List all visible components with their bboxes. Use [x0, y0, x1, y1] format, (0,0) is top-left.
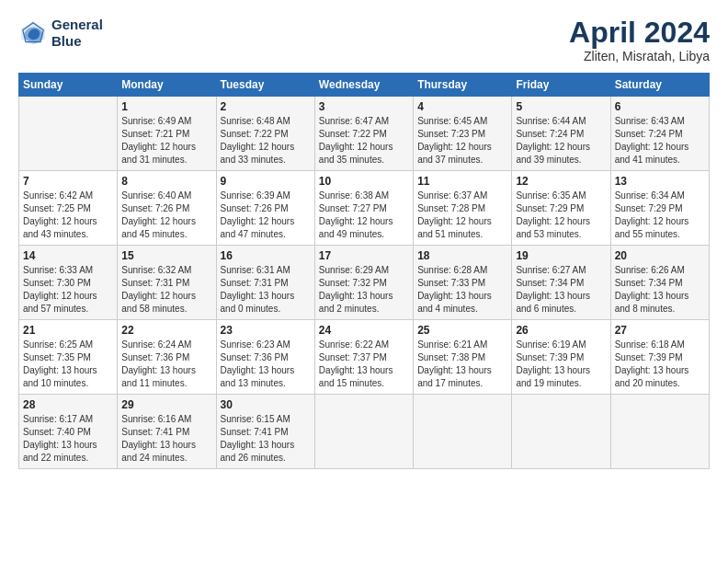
week-row-1: 1Sunrise: 6:49 AMSunset: 7:21 PMDaylight… — [19, 97, 710, 171]
col-header-saturday: Saturday — [610, 74, 709, 97]
calendar-cell: 28Sunrise: 6:17 AMSunset: 7:40 PMDayligh… — [19, 395, 118, 469]
cell-sun-info: Sunrise: 6:35 AMSunset: 7:29 PMDaylight:… — [516, 190, 606, 241]
day-number: 11 — [417, 175, 507, 188]
week-row-5: 28Sunrise: 6:17 AMSunset: 7:40 PMDayligh… — [19, 395, 710, 469]
day-number: 29 — [121, 398, 211, 411]
day-number: 8 — [121, 175, 211, 188]
cell-sun-info: Sunrise: 6:37 AMSunset: 7:28 PMDaylight:… — [417, 190, 507, 241]
subtitle: Zliten, Misratah, Libya — [569, 49, 710, 63]
calendar-cell — [610, 395, 709, 469]
calendar-cell — [314, 395, 413, 469]
day-number: 30 — [221, 398, 311, 411]
day-number: 23 — [221, 324, 311, 337]
cell-sun-info: Sunrise: 6:33 AMSunset: 7:30 PMDaylight:… — [23, 264, 113, 316]
calendar-cell: 10Sunrise: 6:38 AMSunset: 7:27 PMDayligh… — [314, 171, 413, 246]
logo-icon — [18, 18, 48, 48]
calendar-cell: 16Sunrise: 6:31 AMSunset: 7:31 PMDayligh… — [216, 246, 314, 320]
day-number: 26 — [516, 324, 606, 337]
day-number: 3 — [319, 100, 409, 113]
day-number: 27 — [615, 324, 705, 337]
col-header-friday: Friday — [512, 74, 610, 97]
day-number: 25 — [417, 324, 507, 337]
day-number: 1 — [121, 100, 211, 113]
day-number: 10 — [319, 175, 409, 188]
calendar-cell: 27Sunrise: 6:18 AMSunset: 7:39 PMDayligh… — [610, 320, 709, 395]
calendar-cell: 23Sunrise: 6:23 AMSunset: 7:36 PMDayligh… — [216, 320, 314, 395]
calendar-cell: 22Sunrise: 6:24 AMSunset: 7:36 PMDayligh… — [118, 320, 216, 395]
title-block: April 2024 Zliten, Misratah, Libya — [569, 17, 710, 63]
week-row-3: 14Sunrise: 6:33 AMSunset: 7:30 PMDayligh… — [19, 246, 710, 320]
day-number: 19 — [516, 249, 606, 262]
week-row-2: 7Sunrise: 6:42 AMSunset: 7:25 PMDaylight… — [19, 171, 710, 246]
day-number: 24 — [319, 324, 409, 337]
day-number: 4 — [417, 100, 507, 113]
main-title: April 2024 — [569, 17, 710, 49]
calendar-cell: 17Sunrise: 6:29 AMSunset: 7:32 PMDayligh… — [314, 246, 413, 320]
cell-sun-info: Sunrise: 6:25 AMSunset: 7:35 PMDaylight:… — [23, 339, 113, 390]
calendar-cell: 24Sunrise: 6:22 AMSunset: 7:37 PMDayligh… — [314, 320, 413, 395]
cell-sun-info: Sunrise: 6:44 AMSunset: 7:24 PMDaylight:… — [516, 115, 606, 167]
cell-sun-info: Sunrise: 6:28 AMSunset: 7:33 PMDaylight:… — [417, 264, 507, 316]
day-number: 12 — [516, 175, 606, 188]
col-header-thursday: Thursday — [414, 74, 512, 97]
cell-sun-info: Sunrise: 6:22 AMSunset: 7:37 PMDaylight:… — [319, 339, 409, 390]
calendar-cell: 25Sunrise: 6:21 AMSunset: 7:38 PMDayligh… — [414, 320, 512, 395]
calendar-cell: 9Sunrise: 6:39 AMSunset: 7:26 PMDaylight… — [216, 171, 314, 246]
calendar-cell: 1Sunrise: 6:49 AMSunset: 7:21 PMDaylight… — [118, 97, 216, 171]
cell-sun-info: Sunrise: 6:48 AMSunset: 7:22 PMDaylight:… — [221, 115, 311, 167]
day-number: 2 — [221, 100, 311, 113]
week-row-4: 21Sunrise: 6:25 AMSunset: 7:35 PMDayligh… — [19, 320, 710, 395]
cell-sun-info: Sunrise: 6:27 AMSunset: 7:34 PMDaylight:… — [516, 264, 606, 316]
calendar-cell — [19, 97, 118, 171]
cell-sun-info: Sunrise: 6:17 AMSunset: 7:40 PMDaylight:… — [23, 413, 113, 465]
cell-sun-info: Sunrise: 6:34 AMSunset: 7:29 PMDaylight:… — [615, 190, 705, 241]
day-number: 21 — [23, 324, 113, 337]
page-container: General Blue April 2024 Zliten, Misratah… — [0, 0, 728, 478]
calendar-cell: 14Sunrise: 6:33 AMSunset: 7:30 PMDayligh… — [19, 246, 118, 320]
cell-sun-info: Sunrise: 6:42 AMSunset: 7:25 PMDaylight:… — [23, 190, 113, 241]
cell-sun-info: Sunrise: 6:47 AMSunset: 7:22 PMDaylight:… — [319, 115, 409, 167]
calendar-table: SundayMondayTuesdayWednesdayThursdayFrid… — [18, 73, 710, 469]
cell-sun-info: Sunrise: 6:24 AMSunset: 7:36 PMDaylight:… — [121, 339, 211, 390]
day-number: 5 — [516, 100, 606, 113]
cell-sun-info: Sunrise: 6:38 AMSunset: 7:27 PMDaylight:… — [319, 190, 409, 241]
calendar-cell: 13Sunrise: 6:34 AMSunset: 7:29 PMDayligh… — [610, 171, 709, 246]
cell-sun-info: Sunrise: 6:29 AMSunset: 7:32 PMDaylight:… — [319, 264, 409, 316]
header-row: General Blue April 2024 Zliten, Misratah… — [18, 17, 710, 63]
logo-text: General Blue — [51, 17, 103, 50]
calendar-cell: 6Sunrise: 6:43 AMSunset: 7:24 PMDaylight… — [610, 97, 709, 171]
col-header-wednesday: Wednesday — [314, 74, 413, 97]
cell-sun-info: Sunrise: 6:45 AMSunset: 7:23 PMDaylight:… — [417, 115, 507, 167]
calendar-cell: 5Sunrise: 6:44 AMSunset: 7:24 PMDaylight… — [512, 97, 610, 171]
cell-sun-info: Sunrise: 6:18 AMSunset: 7:39 PMDaylight:… — [615, 339, 705, 390]
calendar-cell: 11Sunrise: 6:37 AMSunset: 7:28 PMDayligh… — [414, 171, 512, 246]
col-header-sunday: Sunday — [19, 74, 118, 97]
calendar-cell: 2Sunrise: 6:48 AMSunset: 7:22 PMDaylight… — [216, 97, 314, 171]
calendar-cell: 21Sunrise: 6:25 AMSunset: 7:35 PMDayligh… — [19, 320, 118, 395]
cell-sun-info: Sunrise: 6:19 AMSunset: 7:39 PMDaylight:… — [516, 339, 606, 390]
calendar-cell: 30Sunrise: 6:15 AMSunset: 7:41 PMDayligh… — [216, 395, 314, 469]
cell-sun-info: Sunrise: 6:21 AMSunset: 7:38 PMDaylight:… — [417, 339, 507, 390]
cell-sun-info: Sunrise: 6:15 AMSunset: 7:41 PMDaylight:… — [221, 413, 311, 465]
cell-sun-info: Sunrise: 6:49 AMSunset: 7:21 PMDaylight:… — [121, 115, 211, 167]
logo-line1: General — [51, 17, 103, 33]
logo-line2: Blue — [51, 33, 103, 50]
calendar-cell: 8Sunrise: 6:40 AMSunset: 7:26 PMDaylight… — [118, 171, 216, 246]
cell-sun-info: Sunrise: 6:26 AMSunset: 7:34 PMDaylight:… — [615, 264, 705, 316]
cell-sun-info: Sunrise: 6:40 AMSunset: 7:26 PMDaylight:… — [121, 190, 211, 241]
calendar-cell: 20Sunrise: 6:26 AMSunset: 7:34 PMDayligh… — [610, 246, 709, 320]
calendar-cell: 7Sunrise: 6:42 AMSunset: 7:25 PMDaylight… — [19, 171, 118, 246]
day-number: 7 — [23, 175, 113, 188]
logo: General Blue — [18, 17, 103, 50]
day-number: 15 — [121, 249, 211, 262]
day-number: 16 — [221, 249, 311, 262]
day-number: 18 — [417, 249, 507, 262]
col-header-monday: Monday — [118, 74, 216, 97]
day-number: 14 — [23, 249, 113, 262]
calendar-cell: 29Sunrise: 6:16 AMSunset: 7:41 PMDayligh… — [118, 395, 216, 469]
cell-sun-info: Sunrise: 6:23 AMSunset: 7:36 PMDaylight:… — [221, 339, 311, 390]
calendar-cell: 4Sunrise: 6:45 AMSunset: 7:23 PMDaylight… — [414, 97, 512, 171]
calendar-cell: 3Sunrise: 6:47 AMSunset: 7:22 PMDaylight… — [314, 97, 413, 171]
calendar-cell: 19Sunrise: 6:27 AMSunset: 7:34 PMDayligh… — [512, 246, 610, 320]
calendar-cell: 12Sunrise: 6:35 AMSunset: 7:29 PMDayligh… — [512, 171, 610, 246]
